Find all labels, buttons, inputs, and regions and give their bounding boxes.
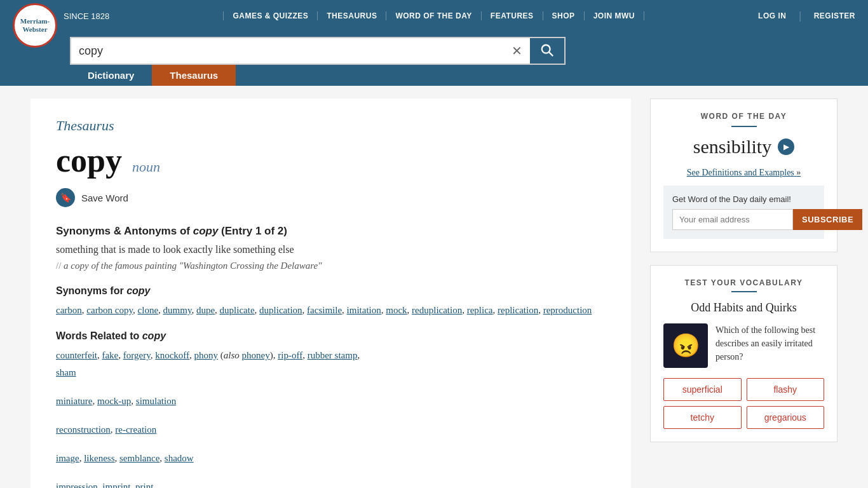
register-link[interactable]: REGISTER	[814, 11, 855, 20]
related-section: Words Related to copy counterfeit, fake,…	[56, 330, 606, 488]
vocab-box: TEST YOUR VOCABULARY Odd Habits and Quir…	[650, 265, 837, 442]
rel-print[interactable]: print	[135, 482, 153, 488]
rel-recreation[interactable]: re-creation	[115, 424, 156, 435]
syn-reduplication[interactable]: reduplication	[412, 305, 462, 315]
related-list-2: miniature, mock-up, simulation	[56, 393, 606, 410]
nav-thesaurus[interactable]: THESAURUS	[318, 11, 386, 20]
rel-image[interactable]: image	[56, 453, 79, 463]
search-button[interactable]	[530, 38, 564, 64]
logo-text: Merriam-Webster	[20, 17, 50, 34]
rel-ripoff[interactable]: rip-off	[278, 350, 302, 360]
syn-facsimile[interactable]: facsimile	[307, 305, 342, 315]
email-input[interactable]	[672, 209, 793, 230]
content-area: Thesaurus copy noun 🔖 Save Word Synonyms…	[31, 98, 631, 488]
subscribe-button[interactable]: SUBSCRIBE	[793, 209, 862, 230]
quiz-option-superficial[interactable]: superficial	[663, 378, 742, 401]
syn-replication[interactable]: replication	[498, 305, 538, 315]
auth-divider: |	[799, 10, 801, 22]
nav-games[interactable]: GAMES & QUIZZES	[223, 11, 318, 20]
nav-shop[interactable]: SHOP	[543, 11, 585, 20]
rel-shadow[interactable]: shadow	[165, 453, 194, 463]
search-input[interactable]	[71, 38, 504, 64]
rel-forgery[interactable]: forgery	[123, 350, 151, 360]
bookmark-icon: 🔖	[56, 188, 75, 207]
audio-button[interactable]: ▶	[778, 139, 794, 155]
rel-counterfeit[interactable]: counterfeit	[56, 350, 97, 360]
vocab-title: Odd Habits and Quirks	[663, 301, 824, 315]
bookmark-symbol: 🔖	[60, 193, 71, 203]
nav-features[interactable]: FEATURES	[482, 11, 543, 20]
wotd-divider	[731, 126, 757, 127]
audio-icon: ▶	[783, 142, 789, 152]
example-text: // a copy of the famous painting "Washin…	[56, 261, 606, 271]
wotd-label: WORD OF THE DAY	[663, 112, 824, 121]
syn-mock[interactable]: mock	[386, 305, 407, 315]
syn-imitation[interactable]: imitation	[347, 305, 381, 315]
rel-rubber-stamp[interactable]: rubber stamp	[308, 350, 358, 360]
login-link[interactable]: LOG IN	[758, 11, 786, 20]
tab-thesaurus[interactable]: Thesaurus	[152, 65, 236, 86]
nav-wotd[interactable]: WORD OF THE DAY	[386, 11, 481, 20]
tab-dictionary[interactable]: Dictionary	[70, 65, 152, 86]
thesaurus-label: Thesaurus	[56, 118, 606, 134]
quiz-option-gregarious[interactable]: gregarious	[747, 406, 825, 429]
quiz-option-flashy[interactable]: flashy	[747, 378, 825, 401]
rel-miniature[interactable]: miniature	[56, 396, 92, 406]
svg-point-0	[542, 44, 550, 53]
synonyms-header: Synonyms for copy	[56, 285, 606, 297]
rel-sham[interactable]: sham	[56, 367, 76, 377]
syn-dummy[interactable]: dummy	[163, 305, 192, 315]
related-list-5: impression, imprint, print	[56, 478, 606, 488]
word-pos: noun	[132, 159, 160, 175]
clear-search-button[interactable]: ✕	[504, 38, 530, 64]
save-word-text: Save Word	[81, 193, 128, 203]
rel-reconstruction[interactable]: reconstruction	[56, 424, 111, 435]
example-phrase: a copy of the famous painting "Washingto…	[64, 261, 322, 271]
wotd-definitions-link[interactable]: See Definitions and Examples »	[663, 168, 824, 178]
syn-carbon[interactable]: carbon	[56, 305, 82, 315]
syn-clone[interactable]: clone	[138, 305, 158, 315]
sidebar: WORD OF THE DAY sensibility ▶ See Defini…	[650, 98, 837, 488]
email-section: Get Word of the Day daily email! SUBSCRI…	[663, 186, 824, 239]
wotd-link-text: See Definitions and Examples	[687, 168, 794, 177]
synonyms-section: Synonyms for copy carbon, carbon copy, c…	[56, 285, 606, 319]
double-slash: //	[56, 261, 64, 271]
logo-circle[interactable]: Merriam-Webster	[13, 3, 57, 48]
rel-impression[interactable]: impression	[56, 482, 98, 488]
rel-semblance[interactable]: semblance	[119, 453, 159, 463]
vocab-divider	[731, 291, 757, 292]
related-list-4: image, likeness, semblance, shadow	[56, 450, 606, 467]
quiz-options: superficial flashy tetchy gregarious	[663, 378, 824, 429]
syn-duplicate[interactable]: duplicate	[220, 305, 255, 315]
syn-reproduction[interactable]: reproduction	[543, 305, 592, 315]
save-word-button[interactable]: 🔖 Save Word	[56, 188, 606, 207]
svg-line-1	[549, 52, 553, 56]
word-main: copy	[56, 142, 122, 179]
rel-phony[interactable]: phony	[194, 350, 219, 360]
definition-text: something that is made to look exactly l…	[56, 244, 606, 255]
tab-bar: Dictionary Thesaurus	[70, 65, 566, 86]
search-bar: ✕	[70, 37, 566, 65]
syn-duplication[interactable]: duplication	[259, 305, 302, 315]
quiz-option-tetchy[interactable]: tetchy	[663, 406, 742, 429]
synonym-list: carbon, carbon copy, clone, dummy, dupe,…	[56, 302, 606, 319]
rel-simulation[interactable]: simulation	[136, 396, 176, 406]
email-label: Get Word of the Day daily email!	[672, 194, 815, 204]
rel-phoney[interactable]: phoney	[242, 350, 270, 360]
quiz-emoji: 😠	[672, 332, 700, 359]
search-icon	[540, 43, 554, 59]
rel-mockup[interactable]: mock-up	[97, 396, 131, 406]
syn-dupe[interactable]: dupe	[196, 305, 215, 315]
rel-fake[interactable]: fake	[102, 350, 118, 360]
quiz-row: 😠 Which of the following best describes …	[663, 323, 824, 368]
top-nav: GAMES & QUIZZES THESAURUS WORD OF THE DA…	[128, 11, 739, 20]
since-label: SINCE 1828	[64, 11, 109, 21]
syn-replica[interactable]: replica	[467, 305, 493, 315]
wotd-box: WORD OF THE DAY sensibility ▶ See Defini…	[650, 98, 837, 252]
rel-likeness[interactable]: likeness	[84, 453, 114, 463]
related-list-1: counterfeit, fake, forgery, knockoff, ph…	[56, 347, 606, 381]
nav-join[interactable]: JOIN MWU	[585, 11, 644, 20]
syn-carbon-copy[interactable]: carbon copy	[86, 305, 133, 315]
rel-knockoff[interactable]: knockoff	[155, 350, 189, 360]
rel-imprint[interactable]: imprint	[102, 482, 130, 488]
